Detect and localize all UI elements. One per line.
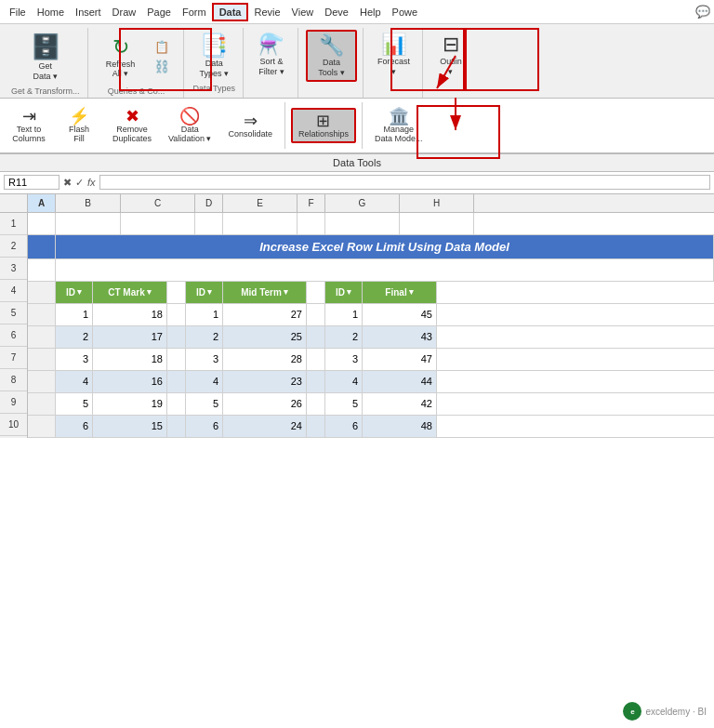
- col-headers: A B C D E F G H: [28, 194, 714, 213]
- formula-bar: ✖ ✓ fx: [0, 172, 714, 194]
- relationships-button[interactable]: ⊞ Relationships: [291, 108, 356, 143]
- menu-page[interactable]: Page: [141, 5, 177, 20]
- watermark: e exceldemy · BI: [623, 702, 707, 721]
- row-header-9: 9: [0, 391, 27, 414]
- col-header-c[interactable]: C: [121, 194, 195, 212]
- table-row: 6 15 6 24 6 48: [28, 416, 714, 438]
- table-row: 1 18 1 27 1 45: [28, 304, 714, 326]
- watermark-text: exceldemy · BI: [645, 707, 707, 717]
- row-header-10: 10: [0, 414, 27, 436]
- row-header-4: 4: [0, 280, 27, 302]
- col-header-b[interactable]: B: [56, 194, 121, 212]
- properties-button[interactable]: 📋: [148, 38, 176, 56]
- watermark-logo: e: [623, 702, 641, 721]
- row-header-2: 2: [0, 235, 27, 258]
- col-header-d[interactable]: D: [195, 194, 223, 212]
- tooltip-bar: Data Tools: [0, 154, 714, 172]
- menu-help[interactable]: Help: [354, 5, 387, 20]
- row-header-1: 1: [0, 213, 27, 235]
- menu-data[interactable]: Data: [212, 3, 249, 21]
- t3-header-id: ID ▾: [325, 282, 363, 303]
- fx-icon: fx: [87, 177, 96, 189]
- menu-view[interactable]: View: [286, 5, 320, 20]
- t1-header-ctmark: CT Mark ▾: [93, 282, 167, 303]
- chat-icon[interactable]: 💬: [695, 5, 710, 19]
- col-header-f[interactable]: F: [298, 194, 325, 212]
- edit-links-button[interactable]: ⛓️: [148, 58, 176, 75]
- grid-row-1: [28, 213, 714, 235]
- menu-file[interactable]: File: [4, 5, 32, 20]
- sort-filter-button[interactable]: ⚗️ Sort &Filter ▾: [253, 30, 290, 80]
- col-header-g[interactable]: G: [325, 194, 400, 212]
- menu-insert[interactable]: Insert: [70, 5, 107, 20]
- text-to-columns-button[interactable]: ⇥ Text toColumns: [6, 104, 52, 147]
- table-row: 4 16 4 23 4 44: [28, 371, 714, 393]
- grid-row-2: Increase Excel Row Limit Using Data Mode…: [28, 235, 714, 259]
- menu-form[interactable]: Form: [177, 5, 212, 20]
- row-header-3: 3: [0, 258, 27, 280]
- menu-home[interactable]: Home: [32, 5, 70, 20]
- refresh-all-button[interactable]: ↻ RefreshAll ▾: [98, 33, 144, 83]
- col-header-h[interactable]: H: [400, 194, 474, 212]
- get-data-button[interactable]: 🗄️ GetData ▾: [26, 30, 65, 85]
- data-validation-button[interactable]: 🚫 DataValidation ▾: [162, 104, 218, 147]
- table-row: 2 17 2 25 2 43: [28, 326, 714, 349]
- data-tools-button[interactable]: 🔧 DataTools ▾: [306, 30, 357, 82]
- flash-fill-button[interactable]: ⚡ FlashFill: [56, 104, 102, 147]
- t2-header-midterm: Mid Term ▾: [223, 282, 307, 303]
- col-header-a[interactable]: A: [28, 194, 56, 212]
- menu-draw[interactable]: Draw: [107, 5, 142, 20]
- table-row: 5 19 5 26 5 42: [28, 393, 714, 416]
- row-header-6: 6: [0, 324, 27, 347]
- menu-deve[interactable]: Deve: [319, 5, 354, 20]
- t3-header-final: Final ▾: [363, 282, 437, 303]
- t1-header-id: ID ▾: [56, 282, 93, 303]
- outline-button[interactable]: ⊟ Outlin▾: [432, 30, 469, 80]
- table-row: 3 18 3 28 3 47: [28, 349, 714, 371]
- row-header-5: 5: [0, 302, 27, 324]
- cell-reference-input[interactable]: [4, 175, 60, 190]
- data-types-button[interactable]: 📑 DataTypes ▾: [194, 30, 233, 82]
- row-header-8: 8: [0, 369, 27, 391]
- row-header-7: 7: [0, 347, 27, 369]
- fx-confirm-icon: ✓: [75, 177, 84, 189]
- menu-revie[interactable]: Revie: [248, 5, 285, 20]
- grid-row-4: ID ▾ CT Mark ▾ ID ▾ Mid Term ▾ ID ▾ Fina…: [28, 282, 714, 304]
- menu-bar: File Home Insert Draw Page Form Data Rev…: [0, 0, 714, 24]
- grid-row-3: [28, 259, 714, 282]
- consolidate-button[interactable]: ⇒ Consolidate: [221, 109, 279, 142]
- fx-cancel-icon: ✖: [63, 177, 72, 189]
- t2-header-id: ID ▾: [186, 282, 223, 303]
- col-header-e[interactable]: E: [223, 194, 298, 212]
- manage-data-model-button[interactable]: 🏛️ ManageData Mode...: [368, 104, 430, 147]
- formula-input[interactable]: [99, 175, 710, 190]
- menu-powe[interactable]: Powe: [387, 5, 424, 20]
- title-cell: Increase Excel Row Limit Using Data Mode…: [56, 235, 714, 258]
- forecast-button[interactable]: 📊 Forecast▾: [373, 30, 415, 80]
- remove-duplicates-button[interactable]: ✖ RemoveDuplicates: [106, 104, 158, 147]
